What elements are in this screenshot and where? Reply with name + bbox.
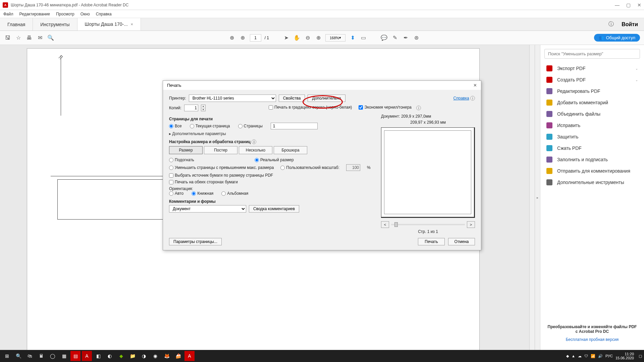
- stamp-icon[interactable]: ⊛: [413, 34, 420, 42]
- help-icon[interactable]: ⓘ: [607, 21, 615, 28]
- zoom-out-icon[interactable]: ⊖: [304, 34, 311, 42]
- taskbar-explorer-icon[interactable]: 📁: [127, 351, 138, 361]
- radio-fit[interactable]: Подогнать: [169, 158, 194, 162]
- source-checkbox[interactable]: Выбрать источник бумаги по размеру стран…: [169, 173, 371, 178]
- sign-icon[interactable]: ✒: [402, 34, 409, 42]
- properties-button[interactable]: Свойства: [279, 95, 305, 102]
- tray-icon[interactable]: 🔊: [598, 354, 603, 358]
- duplex-checkbox[interactable]: Печать на обеих сторонах бумаги: [169, 180, 371, 184]
- cancel-button[interactable]: Отмена: [448, 238, 475, 245]
- menu-window[interactable]: Окно: [80, 12, 90, 16]
- taskbar-app1-icon[interactable]: ▦: [59, 351, 69, 361]
- dialog-close-icon[interactable]: ✕: [473, 83, 477, 88]
- tray-lang[interactable]: РУС: [605, 354, 613, 358]
- radio-auto[interactable]: Авто: [169, 191, 183, 196]
- system-tray[interactable]: ◆ ▲ ☁ 🛡 📶 🔊 РУС 11:20 15.06.2020 ▢: [566, 352, 642, 360]
- sidebar-item-7[interactable]: Сжать PDF: [540, 142, 644, 154]
- menu-edit[interactable]: Редактирование: [19, 12, 50, 16]
- zoom-select[interactable]: 168% ▾: [325, 34, 345, 42]
- tab-multiple[interactable]: Несколько: [239, 146, 272, 154]
- menu-help[interactable]: Справка: [96, 12, 112, 16]
- taskbar-chrome-icon[interactable]: ◉: [150, 351, 160, 361]
- sidebar-item-0[interactable]: Экспорт PDF⌄: [540, 63, 644, 74]
- pointer-icon[interactable]: ➤: [282, 34, 290, 42]
- tab-home[interactable]: Главная: [0, 18, 33, 31]
- menu-view[interactable]: Просмотр: [56, 12, 74, 16]
- taskbar-search-icon[interactable]: 🔍: [13, 351, 23, 361]
- maximize-button[interactable]: ▢: [626, 2, 631, 8]
- tray-notifications-icon[interactable]: ▢: [639, 354, 642, 358]
- highlight-icon[interactable]: ✎: [391, 34, 398, 42]
- grayscale-checkbox[interactable]: Печать в градациях серого (черно-белая): [269, 105, 352, 110]
- print-icon[interactable]: 🖶: [25, 34, 33, 42]
- taskbar-clock[interactable]: 11:20 15.06.2020: [615, 352, 636, 360]
- taskbar-firefox-icon[interactable]: 🦊: [162, 351, 172, 361]
- comments-select[interactable]: Документ: [169, 205, 246, 213]
- preview-prev-button[interactable]: <: [381, 221, 389, 228]
- copies-spinner[interactable]: ▲▼: [201, 105, 206, 111]
- radio-all[interactable]: Все: [169, 124, 182, 128]
- close-button[interactable]: ✕: [637, 2, 641, 8]
- star-icon[interactable]: ☆: [15, 34, 22, 42]
- taskbar-nvidia-icon[interactable]: ◆: [116, 351, 126, 361]
- tab-close-icon[interactable]: ✕: [130, 22, 133, 26]
- taskbar-app3-icon[interactable]: ◐: [105, 351, 115, 361]
- taskbar-xbox-icon[interactable]: ◯: [48, 351, 58, 361]
- tab-brochure[interactable]: Брошюра: [274, 146, 307, 154]
- sidebar-item-6[interactable]: Защитить: [540, 131, 644, 142]
- taskbar-store-icon[interactable]: 🛍: [25, 351, 35, 361]
- radio-portrait[interactable]: Книжная: [192, 191, 213, 196]
- taskbar-app2-icon[interactable]: ◧: [93, 351, 103, 361]
- comments-summary-button[interactable]: Сводка комментариев: [249, 205, 299, 213]
- preview-slider[interactable]: [391, 224, 465, 225]
- start-button[interactable]: ⊞: [2, 351, 12, 361]
- radio-pages[interactable]: Страницы: [238, 124, 263, 128]
- comment-icon[interactable]: 💬: [380, 34, 388, 42]
- taskbar-acrobat-icon[interactable]: A: [184, 351, 195, 361]
- advanced-button[interactable]: Дополнительно: [308, 95, 345, 102]
- tab-poster[interactable]: Постер: [204, 146, 237, 154]
- fit-width-icon[interactable]: ⬍: [349, 34, 356, 42]
- tab-document[interactable]: Шорты Даша 170-...✕: [77, 18, 141, 31]
- pages-input[interactable]: [271, 123, 318, 129]
- taskbar-steam-icon[interactable]: ◑: [139, 351, 149, 361]
- ink-info-icon[interactable]: i: [416, 106, 421, 110]
- hand-icon[interactable]: ✋: [293, 34, 301, 42]
- fit-page-icon[interactable]: ▭: [360, 34, 367, 42]
- taskbar-autocad-icon[interactable]: A: [82, 351, 92, 361]
- help-info-icon[interactable]: i: [470, 96, 475, 101]
- radio-landscape[interactable]: Альбомная: [221, 191, 248, 196]
- vertical-scrollbar[interactable]: [529, 45, 535, 350]
- preview-next-button[interactable]: >: [467, 221, 475, 228]
- save-icon[interactable]: 🖫: [4, 34, 11, 42]
- search-input[interactable]: [544, 49, 640, 59]
- page-down-icon[interactable]: ⊕: [239, 34, 247, 42]
- share-button[interactable]: 👥Общий доступ: [594, 34, 640, 42]
- size-info-icon[interactable]: i: [252, 139, 256, 144]
- sidebar-item-5[interactable]: Исправить: [540, 120, 644, 131]
- zoom-in-icon[interactable]: ⊕: [315, 34, 322, 42]
- sidebar-item-10[interactable]: Дополнительные инструменты: [540, 177, 644, 188]
- radio-real[interactable]: Реальный размер: [255, 158, 294, 162]
- radio-custom[interactable]: Пользовательский масштаб:: [280, 165, 339, 170]
- sidebar-item-2[interactable]: Редактировать PDF: [540, 85, 644, 97]
- tray-icon[interactable]: ☁: [578, 354, 582, 358]
- tray-icon[interactable]: ▲: [572, 354, 575, 358]
- promo-link[interactable]: Бесплатная пробная версия: [547, 337, 637, 342]
- menu-file[interactable]: Файл: [3, 12, 13, 16]
- sidebar-item-9[interactable]: Отправить для комментирования: [540, 165, 644, 177]
- taskbar-calc-icon[interactable]: 🖩: [36, 351, 46, 361]
- tray-icon[interactable]: ◆: [566, 354, 569, 358]
- printer-select[interactable]: Brother HL-1110 series: [189, 95, 276, 102]
- page-up-icon[interactable]: ⊕: [228, 34, 236, 42]
- radio-shrink[interactable]: Уменьшить страницы с превышением макс. р…: [169, 165, 274, 170]
- taskbar-app4-icon[interactable]: 🍰: [173, 351, 183, 361]
- search-icon[interactable]: 🔍: [47, 34, 54, 42]
- radio-current[interactable]: Текущая страница: [190, 124, 230, 128]
- minimize-button[interactable]: —: [615, 2, 620, 8]
- tray-icon[interactable]: 🛡: [584, 354, 588, 358]
- print-button[interactable]: Печать: [418, 238, 445, 245]
- help-link[interactable]: Справка: [453, 96, 469, 101]
- tab-size[interactable]: Размер: [169, 146, 203, 154]
- sidebar-item-8[interactable]: Заполнить и подписать: [540, 154, 644, 165]
